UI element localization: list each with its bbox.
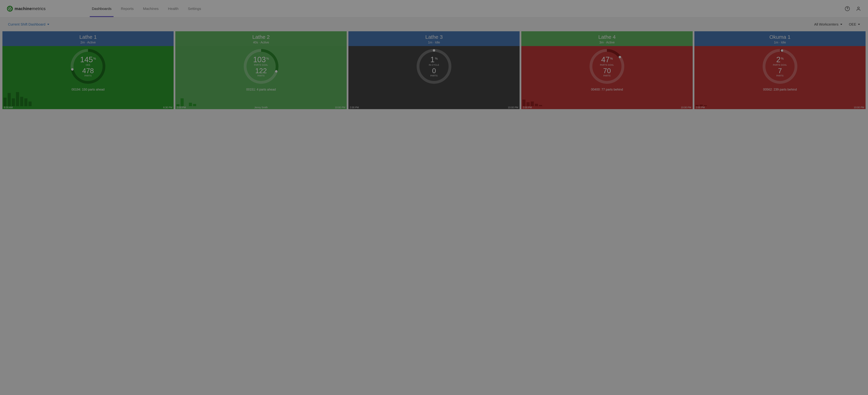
machine-card-body: 145 % OEE 478 PARTS 00194: 150 parts ahe… (2, 46, 174, 109)
metric-selector-label: OEE (849, 22, 856, 26)
machine-duration: 3m (599, 41, 603, 44)
time-end: 10:00 PM (335, 106, 345, 109)
nav-dashboards[interactable]: Dashboards (91, 0, 113, 17)
machine-card[interactable]: Lathe 3 1m · Idle 1 % IN-CYCLE (348, 31, 520, 109)
gauge-pct: 2 (776, 56, 780, 63)
nav-settings[interactable]: Settings (187, 0, 202, 17)
chevron-down-icon (47, 24, 49, 25)
nav-reports[interactable]: Reports (120, 0, 135, 17)
gauge: 103 % PARTS GOAL 122 PARTS (243, 48, 279, 85)
gauge-parts-label: PARTS (776, 75, 783, 77)
machine-status-line: 1m · Idle (348, 41, 520, 44)
machine-name: Okuma 1 (694, 34, 866, 40)
gauge: 1 % IN-CYCLE 0 PARTS (416, 48, 452, 85)
machine-state: Active (260, 41, 269, 44)
gauge-center: 2 % PARTS GOAL 7 PARTS (762, 48, 798, 85)
machine-card-header: Lathe 2 40s · Active (175, 31, 346, 46)
brand-name-light: metrics (32, 6, 45, 11)
spark-bar (24, 98, 27, 106)
gauge-center: 103 % PARTS GOAL 122 PARTS (243, 48, 279, 85)
gauge-parts-label: PARTS (603, 75, 611, 77)
metric-selector[interactable]: OEE (849, 22, 860, 26)
time-axis: 6:00 AM 6:30 PM (2, 106, 174, 109)
machine-card[interactable]: Lathe 2 40s · Active 103 % PARTS GOAL (175, 31, 346, 109)
time-start: 2:00 PM (696, 106, 705, 109)
gauge-pct: 103 (253, 56, 266, 63)
gauge-pct: 1 (430, 56, 435, 63)
spark-bar (28, 102, 32, 106)
machine-card[interactable]: Okuma 1 1m · Idle 2 % PARTS GOAL (694, 31, 866, 109)
gauge-parts-label: PARTS (430, 75, 437, 77)
machine-duration: 1m (428, 41, 432, 44)
topbar-actions (845, 6, 861, 11)
machine-duration: 1m (774, 41, 778, 44)
machine-card-body: 47 % PARTS GOAL 70 PARTS 00400: 77 parts… (521, 46, 692, 109)
machine-state: Active (87, 41, 96, 44)
machine-state: Idle (435, 41, 440, 44)
gauge-pct-label: PARTS GOAL (254, 64, 268, 66)
nav-health[interactable]: Health (167, 0, 180, 17)
topbar: machinemetrics Dashboards Reports Machin… (0, 0, 868, 18)
brand-name: machinemetrics (14, 6, 45, 11)
svg-point-2 (858, 7, 859, 9)
gauge-parts-label: PARTS (85, 75, 92, 77)
machine-duration: 2m (81, 41, 85, 44)
machine-status-line: 2m · Active (2, 41, 174, 44)
dashboard-selector-label: Current Shift Dashboard (8, 22, 45, 26)
machine-card-header: Okuma 1 1m · Idle (694, 31, 866, 46)
machine-card-body: 103 % PARTS GOAL 122 PARTS 00151: 4 part… (175, 46, 346, 109)
gauge-pct-label: OEE (86, 64, 90, 66)
percent-icon: % (93, 57, 96, 60)
chevron-down-icon (840, 24, 842, 25)
gauge-parts: 70 (603, 67, 611, 74)
spark-bar (20, 97, 23, 106)
machine-card-body: 1 % IN-CYCLE 0 PARTS 2:00 PM 10:00 PM (348, 46, 520, 109)
time-start: 2:00 PM (523, 106, 532, 109)
percent-icon: % (610, 57, 613, 60)
machine-name: Lathe 1 (2, 34, 174, 40)
filter-bar: Current Shift Dashboard All Workcenters … (0, 18, 868, 31)
time-axis: 2:00 PM 10:00 PM (694, 106, 866, 109)
spark-bar (3, 98, 7, 106)
gauge-center: 1 % IN-CYCLE 0 PARTS (416, 48, 452, 85)
machine-status-line: 40s · Active (175, 41, 346, 44)
machine-card[interactable]: Lathe 1 2m · Active 145 % OEE (2, 31, 174, 109)
brand-logo[interactable]: machinemetrics (7, 6, 45, 12)
time-start: 2:00 PM (350, 106, 359, 109)
gauge-pct: 145 (80, 56, 93, 63)
spark-bar (522, 100, 526, 106)
percent-icon: % (435, 57, 438, 60)
gauge-parts: 0 (432, 67, 436, 74)
time-axis: 2:00 PM 10:00 PM (521, 106, 692, 109)
spark-bar (16, 92, 19, 106)
machine-card-header: Lathe 3 1m · Idle (348, 31, 520, 46)
time-end: 6:30 PM (163, 106, 172, 109)
machine-card-header: Lathe 1 2m · Active (2, 31, 174, 46)
spark-bars (2, 90, 174, 106)
spark-bar (531, 102, 534, 106)
main-nav: Dashboards Reports Machines Health Setti… (91, 0, 202, 17)
brand-logo-mark (7, 6, 13, 12)
spark-bar (181, 98, 184, 106)
machine-card[interactable]: Lathe 4 3m · Active 47 % PARTS GOAL (521, 31, 692, 109)
time-end: 10:00 PM (854, 106, 864, 109)
gauge-pct-label: IN-CYCLE (429, 64, 439, 66)
user-icon[interactable] (856, 6, 861, 11)
spark-bars (694, 90, 866, 106)
nav-machines[interactable]: Machines (142, 0, 160, 17)
machine-status-line: 3m · Active (521, 41, 692, 44)
dashboard-selector[interactable]: Current Shift Dashboard (8, 22, 49, 26)
gauge-parts: 7 (778, 67, 782, 74)
machine-status-line: 1m · Idle (694, 41, 866, 44)
machine-name: Lathe 3 (348, 34, 520, 40)
machine-name: Lathe 4 (521, 34, 692, 40)
gauge-pct-label: PARTS GOAL (600, 64, 614, 66)
workcenter-selector-label: All Workcenters (814, 22, 838, 26)
time-axis: 2:00 PM 10:00 PM (348, 106, 520, 109)
spark-bars (348, 90, 520, 106)
gauge-center: 145 % OEE 478 PARTS (70, 48, 106, 85)
workcenter-selector[interactable]: All Workcenters (814, 22, 842, 26)
gauge-center: 47 % PARTS GOAL 70 PARTS (589, 48, 625, 85)
machine-name: Lathe 2 (175, 34, 346, 40)
help-icon[interactable] (845, 6, 850, 11)
